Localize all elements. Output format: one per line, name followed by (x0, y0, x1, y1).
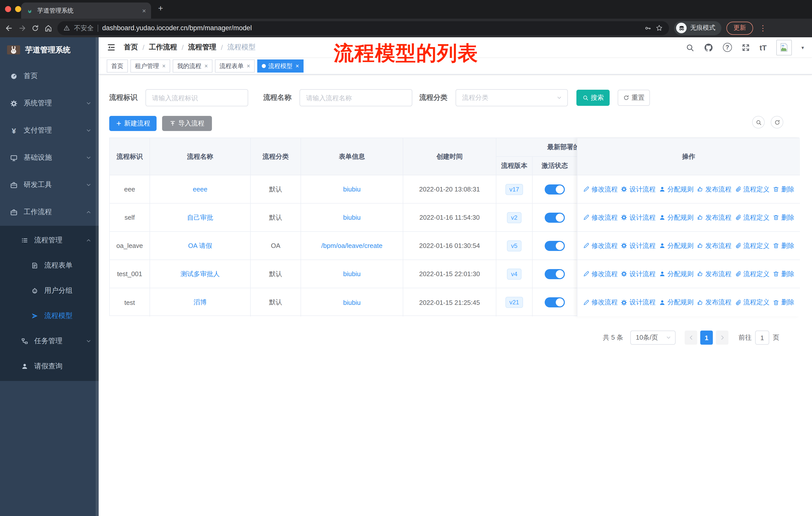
sidebar-item-home[interactable]: 首页 (0, 62, 99, 90)
tab-close-icon[interactable]: × (142, 7, 146, 15)
tag-close-icon[interactable]: × (295, 62, 299, 70)
help-icon[interactable]: ? (723, 43, 732, 52)
form-info-link[interactable]: biubiu (343, 185, 360, 193)
password-key-icon[interactable] (644, 24, 651, 31)
publish-process-link[interactable]: 发布流程 (697, 269, 731, 278)
process-definition-link[interactable]: 流程定义 (735, 213, 770, 222)
browser-menu-icon[interactable]: ⋮ (758, 23, 768, 32)
delete-link[interactable]: 删除 (773, 213, 794, 222)
active-toggle[interactable] (545, 212, 565, 222)
category-select[interactable]: 流程分类 (456, 89, 568, 106)
form-info-link[interactable]: biubiu (343, 299, 360, 306)
home-icon[interactable] (44, 24, 52, 32)
process-name-link[interactable]: 测试多审批人 (180, 269, 220, 278)
toggle-search-button[interactable] (752, 116, 765, 129)
prev-page-button[interactable] (685, 331, 697, 345)
modify-process-link[interactable]: 修改流程 (583, 213, 618, 222)
sidebar-item-task-mgmt[interactable]: 任务管理 (0, 329, 99, 354)
design-process-link[interactable]: 设计流程 (621, 185, 656, 194)
publish-process-link[interactable]: 发布流程 (697, 241, 731, 250)
assign-rule-link[interactable]: 分配规则 (659, 298, 694, 307)
publish-process-link[interactable]: 发布流程 (697, 298, 731, 307)
import-process-button[interactable]: 导入流程 (162, 116, 212, 131)
form-info-link[interactable]: /bpm/oa/leave/create (321, 242, 383, 249)
process-key-input[interactable] (145, 89, 248, 106)
tag-process-form[interactable]: 流程表单 × (215, 59, 255, 73)
process-name-link[interactable]: 滔博 (194, 298, 207, 307)
active-toggle[interactable] (545, 269, 565, 279)
assign-rule-link[interactable]: 分配规则 (659, 269, 694, 278)
sidebar-item-process-model[interactable]: 流程模型 (0, 303, 99, 329)
process-name-input[interactable] (299, 89, 412, 106)
avatar-caret-icon[interactable]: ▾ (802, 45, 804, 50)
sidebar-item-system[interactable]: 系统管理 (0, 90, 99, 117)
breadcrumb-process-mgmt[interactable]: 流程管理 (188, 43, 216, 52)
forward-icon[interactable] (18, 24, 26, 32)
assign-rule-link[interactable]: 分配规则 (659, 185, 694, 194)
new-tab-button[interactable]: + (158, 4, 163, 12)
goto-page-input[interactable] (755, 331, 769, 345)
sidebar-item-user-group[interactable]: 用户分组 (0, 278, 99, 303)
process-name-link[interactable]: eeee (193, 185, 207, 193)
avatar[interactable] (776, 39, 792, 55)
font-size-icon[interactable]: tT (760, 43, 767, 52)
tag-my-process[interactable]: 我的流程 × (173, 59, 212, 73)
modify-process-link[interactable]: 修改流程 (583, 241, 618, 250)
breadcrumb-home[interactable]: 首页 (124, 43, 138, 52)
process-definition-link[interactable]: 流程定义 (735, 269, 770, 278)
tag-close-icon[interactable]: × (204, 62, 208, 70)
tag-tenant[interactable]: 租户管理 × (130, 59, 170, 73)
sidebar-item-devtools[interactable]: 研发工具 (0, 171, 99, 198)
tag-home[interactable]: 首页 (107, 59, 128, 73)
tag-close-icon[interactable]: × (247, 62, 250, 70)
reset-button[interactable]: 重置 (618, 90, 650, 106)
refresh-table-button[interactable] (771, 116, 783, 129)
url-bar[interactable]: 不安全 dashboard.yudao.iocoder.cn/bpm/manag… (57, 21, 669, 35)
modify-process-link[interactable]: 修改流程 (583, 298, 618, 307)
tag-close-icon[interactable]: × (162, 62, 166, 70)
delete-link[interactable]: 删除 (773, 241, 794, 250)
modify-process-link[interactable]: 修改流程 (583, 185, 618, 194)
create-process-button[interactable]: 新建流程 (109, 116, 156, 131)
sidebar-item-infra[interactable]: 基础设施 (0, 144, 99, 171)
process-definition-link[interactable]: 流程定义 (735, 185, 770, 194)
bookmark-star-icon[interactable] (656, 24, 663, 32)
process-name-link[interactable]: 自己审批 (187, 213, 213, 222)
process-name-link[interactable]: OA 请假 (188, 241, 212, 250)
delete-link[interactable]: 删除 (773, 269, 794, 278)
design-process-link[interactable]: 设计流程 (621, 298, 656, 307)
window-close-button[interactable] (5, 6, 11, 12)
assign-rule-link[interactable]: 分配规则 (659, 241, 694, 250)
update-button[interactable]: 更新 (726, 21, 753, 34)
page-size-select[interactable]: 10条/页 (630, 331, 675, 345)
back-icon[interactable] (5, 24, 13, 32)
delete-link[interactable]: 删除 (773, 185, 794, 194)
sidebar-item-workflow[interactable]: 工作流程 (0, 198, 99, 226)
design-process-link[interactable]: 设计流程 (621, 269, 656, 278)
window-minimize-button[interactable] (15, 6, 21, 12)
sidebar-item-leave-query[interactable]: 请假查询 (0, 354, 99, 379)
process-definition-link[interactable]: 流程定义 (735, 298, 770, 307)
form-info-link[interactable]: biubiu (343, 270, 360, 278)
sidebar-item-process-form[interactable]: 流程表单 (0, 253, 99, 278)
delete-link[interactable]: 删除 (773, 298, 794, 307)
form-info-link[interactable]: biubiu (343, 214, 360, 221)
app-logo[interactable]: 芋道管理系统 (0, 37, 99, 62)
search-icon[interactable] (686, 43, 694, 52)
process-definition-link[interactable]: 流程定义 (735, 241, 770, 250)
design-process-link[interactable]: 设计流程 (621, 241, 656, 250)
github-icon[interactable] (704, 43, 713, 52)
tag-process-model[interactable]: 流程模型 × (257, 59, 303, 73)
reload-icon[interactable] (31, 24, 39, 32)
breadcrumb-workflow[interactable]: 工作流程 (149, 43, 177, 52)
page-number-current[interactable]: 1 (700, 331, 713, 345)
active-toggle[interactable] (545, 241, 565, 251)
sidebar-collapse-icon[interactable] (107, 43, 116, 52)
publish-process-link[interactable]: 发布流程 (697, 185, 731, 194)
sidebar-item-process-mgmt[interactable]: 流程管理 (0, 228, 99, 253)
design-process-link[interactable]: 设计流程 (621, 213, 656, 222)
next-page-button[interactable] (716, 331, 728, 345)
active-toggle[interactable] (545, 297, 565, 307)
modify-process-link[interactable]: 修改流程 (583, 269, 618, 278)
sidebar-item-payment[interactable]: ¥ 支付管理 (0, 117, 99, 144)
